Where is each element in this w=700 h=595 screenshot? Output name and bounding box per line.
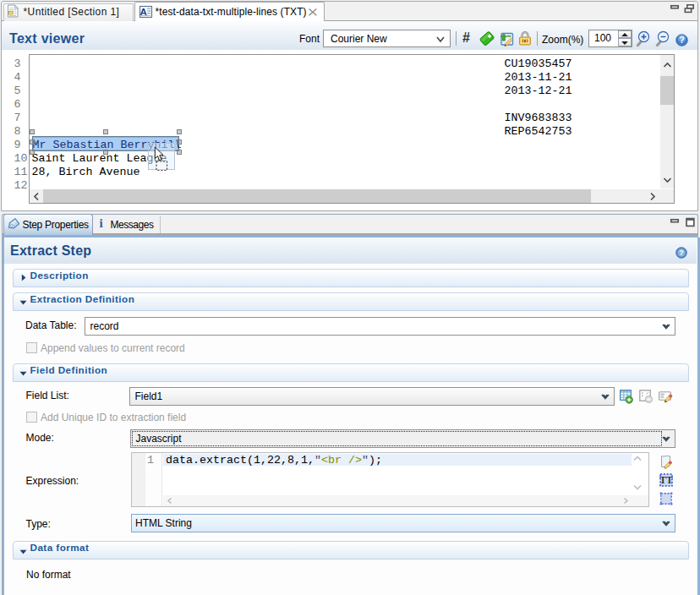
svg-text:?: ?: [679, 248, 683, 257]
svg-text:?: ?: [679, 35, 684, 45]
svg-text:TT: TT: [659, 475, 673, 485]
